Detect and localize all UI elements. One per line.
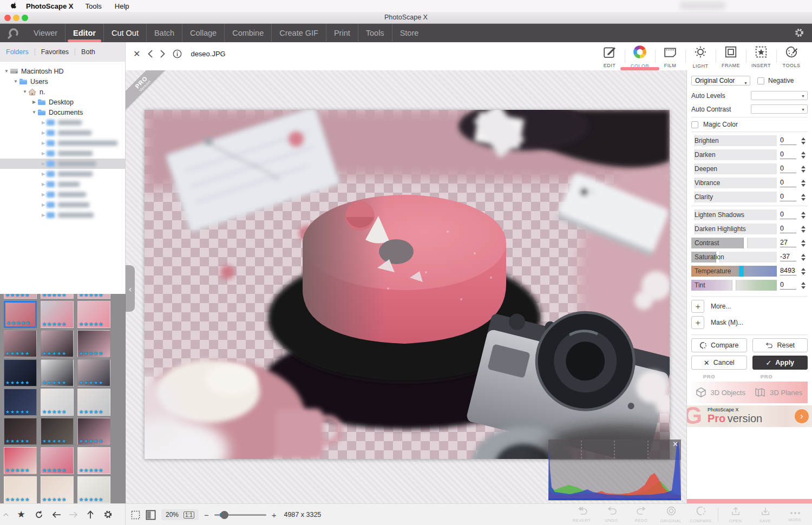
step-down-icon[interactable]: [801, 184, 806, 187]
rating-stars[interactable]: ★★★★★: [42, 380, 67, 385]
module-frame[interactable]: FRAME: [716, 43, 746, 70]
rating-stars[interactable]: ★★★★★: [5, 294, 30, 298]
thumbnail[interactable]: ★★★★★: [41, 389, 74, 416]
rating-stars[interactable]: ★★★★★: [79, 294, 103, 298]
step-up-icon[interactable]: [801, 180, 806, 182]
tree-item-blurred[interactable]: ▶: [0, 169, 125, 179]
nav-tab-batch[interactable]: Batch: [146, 24, 182, 42]
apply-button[interactable]: ✓ Apply: [752, 356, 808, 370]
3d-planes-button[interactable]: 3D Planes: [750, 382, 808, 403]
step-down-icon[interactable]: [801, 198, 806, 201]
slider-value[interactable]: 8493: [780, 267, 796, 275]
histogram-close-icon[interactable]: ✕: [672, 440, 678, 448]
selection-grid-icon[interactable]: [131, 510, 140, 520]
rating-stars[interactable]: ★★★★★: [79, 468, 103, 473]
thumbnail[interactable]: ★★★★★: [41, 359, 74, 386]
3d-objects-button[interactable]: 3D Objects: [691, 382, 750, 403]
slider-darken-highlights[interactable]: Darken Highlights: [691, 224, 777, 234]
disclosure-icon[interactable]: ▶: [40, 202, 47, 207]
thumbnail[interactable]: ★★★★★: [41, 447, 74, 474]
menubar-item-help[interactable]: Help: [115, 2, 129, 10]
zoom-window-button[interactable]: [22, 15, 28, 21]
slider-saturation[interactable]: Saturation: [691, 252, 777, 262]
open-button[interactable]: OPEN: [721, 507, 750, 523]
apple-icon[interactable]: [10, 2, 18, 10]
nav-tab-create-gif[interactable]: Create GIF: [271, 24, 326, 42]
disclosure-icon[interactable]: ▶: [40, 130, 47, 135]
zoom-in-icon[interactable]: +: [272, 510, 277, 520]
disclosure-icon[interactable]: ▼: [12, 79, 19, 84]
tree-item-documents[interactable]: ▼Documents: [0, 107, 125, 117]
thumbnail[interactable]: ★★★★★: [4, 330, 37, 357]
slider-value[interactable]: 0: [780, 193, 796, 201]
compare-button[interactable]: Compare: [691, 338, 747, 352]
rating-stars[interactable]: ★★★★★: [42, 497, 67, 502]
tree-item-blurred[interactable]: ▶: [0, 189, 125, 200]
tree-item-desktop[interactable]: ▶Desktop: [0, 97, 125, 107]
zoom-slider-thumb[interactable]: [220, 511, 228, 519]
step-down-icon[interactable]: [801, 258, 806, 261]
step-up-icon[interactable]: [801, 282, 806, 285]
thumbnail[interactable]: ★★★★★: [77, 330, 110, 357]
slider-value[interactable]: 0: [780, 281, 796, 290]
rating-stars[interactable]: ★★★★★: [79, 351, 103, 356]
sidebar-collapse-handle[interactable]: ‹: [126, 265, 135, 312]
pro-version-banner[interactable]: G PhotoScape X Pro version ›: [687, 405, 812, 427]
zoom-slider[interactable]: [214, 514, 266, 516]
rating-stars[interactable]: ★★★★★: [79, 409, 103, 415]
step-up-icon[interactable]: [801, 254, 806, 257]
step-down-icon[interactable]: [801, 244, 806, 247]
stepper[interactable]: [800, 254, 807, 261]
rating-stars[interactable]: ★★★★★: [5, 380, 30, 385]
tree-item-macintosh-hd[interactable]: ▼Macintosh HD: [0, 66, 125, 76]
rating-stars[interactable]: ★★★★★: [5, 409, 30, 415]
disclosure-icon[interactable]: ▼: [31, 110, 37, 115]
actual-size-button[interactable]: 1:1: [184, 511, 194, 519]
step-down-icon[interactable]: [801, 230, 806, 233]
slider-value[interactable]: 0: [780, 225, 796, 233]
tree-item-blurred[interactable]: ▶: [0, 159, 125, 169]
slider-value[interactable]: 0: [780, 179, 796, 187]
thumbnail[interactable]: ★★★★★: [4, 447, 37, 474]
rating-stars[interactable]: ★★★★★: [42, 351, 67, 356]
rating-stars[interactable]: ★★★★★: [5, 351, 30, 356]
tree-item-blurred[interactable]: ▶: [0, 138, 125, 148]
magic-color-checkbox[interactable]: [691, 121, 698, 128]
rating-stars[interactable]: ★★★★★: [5, 438, 30, 444]
settings-gear-icon[interactable]: [794, 28, 804, 38]
tree-item-blurred[interactable]: ▶: [0, 179, 125, 189]
tree-item-blurred[interactable]: ▶: [0, 128, 125, 138]
slider-value[interactable]: 0: [780, 150, 796, 159]
thumbnail[interactable]: ★★★★★: [4, 389, 37, 416]
close-file-icon[interactable]: ✕: [133, 49, 140, 59]
step-up-icon[interactable]: [801, 194, 806, 196]
stepper[interactable]: [800, 282, 807, 289]
refresh-icon[interactable]: [30, 510, 48, 519]
step-down-icon[interactable]: [801, 170, 806, 173]
disclosure-icon[interactable]: ▶: [40, 141, 47, 146]
stepper[interactable]: [800, 240, 807, 247]
split-view-icon[interactable]: [146, 510, 156, 520]
more-expand-button[interactable]: ＋: [691, 300, 704, 313]
revert-button[interactable]: REVERT: [567, 507, 597, 523]
stepper[interactable]: [800, 180, 807, 187]
slider-darken[interactable]: Darken: [691, 149, 777, 160]
stepper[interactable]: [800, 137, 807, 145]
auto-contrast-select[interactable]: ▼: [751, 104, 808, 114]
rating-stars[interactable]: ★★★★★: [5, 497, 30, 502]
disclosure-icon[interactable]: ▶: [31, 100, 37, 104]
disclosure-icon[interactable]: ▶: [40, 182, 47, 187]
stepper[interactable]: [800, 226, 807, 233]
module-film[interactable]: FILM: [655, 43, 685, 70]
slider-tint[interactable]: Tint: [691, 280, 777, 291]
previous-file-icon[interactable]: [148, 50, 153, 58]
rating-stars[interactable]: ★★★★★: [79, 497, 103, 502]
thumbnail[interactable]: ★★★★★: [41, 476, 74, 503]
thumbnail[interactable]: ★★★★★: [4, 359, 37, 386]
thumbnail[interactable]: ★★★★★: [77, 447, 110, 474]
tree-item-n.[interactable]: ▼n.: [0, 87, 125, 97]
compare-button[interactable]: COMPARE: [686, 506, 716, 523]
forward-arrow-icon[interactable]: [65, 511, 82, 518]
step-up-icon[interactable]: [801, 166, 806, 168]
rating-stars[interactable]: ★★★★★: [42, 321, 67, 327]
